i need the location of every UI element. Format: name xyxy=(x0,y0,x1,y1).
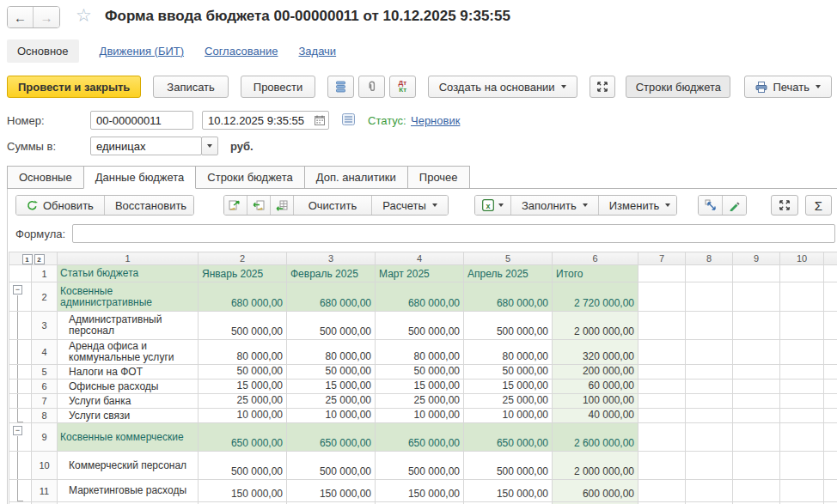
cell-value-row-4-col-2[interactable]: 80 000,00 xyxy=(199,340,287,365)
cell-empty[interactable] xyxy=(686,409,733,423)
status-value-link[interactable]: Черновик xyxy=(411,114,460,127)
cell-label-row-7[interactable]: Услуги банка xyxy=(58,394,199,409)
cell-value-row-7-col-3[interactable]: 25 000,00 xyxy=(287,394,376,409)
create-based-on-button[interactable]: Создать на основании xyxy=(428,76,577,98)
cell-empty[interactable] xyxy=(733,265,780,282)
nav-link-main[interactable]: Основное xyxy=(7,39,79,63)
cell-empty[interactable] xyxy=(733,312,780,340)
cell-value-row-11-col-4[interactable]: 150 000,00 xyxy=(376,480,464,502)
cell-empty[interactable] xyxy=(780,423,824,452)
cell-label-row-6[interactable]: Офисные расходы xyxy=(58,380,199,394)
cell-empty[interactable] xyxy=(686,312,733,340)
cell-value-row-3-col-4[interactable]: 500 000,00 xyxy=(376,312,464,340)
cell-empty[interactable] xyxy=(686,423,733,452)
cell-label-row-4[interactable]: Аренда офиса и коммунальные услуги xyxy=(58,340,199,365)
column-header-4[interactable]: 4 xyxy=(376,252,464,265)
debit-credit-button[interactable]: Дт Кт xyxy=(389,76,416,98)
sums-in-dropdown-button[interactable] xyxy=(201,137,218,155)
grid-fullscreen-button[interactable] xyxy=(771,195,797,216)
cell-total-row-2[interactable]: 2 720 000,00 xyxy=(553,282,638,312)
cell-empty[interactable] xyxy=(780,282,824,312)
cell-month-header-4[interactable]: Апрель 2025 xyxy=(464,265,553,282)
column-header-7[interactable]: 7 xyxy=(638,252,686,265)
collapse-group-icon[interactable]: − xyxy=(13,426,22,435)
cell-empty[interactable] xyxy=(780,312,824,340)
cell-month-header-1[interactable]: Январь 2025 xyxy=(199,265,287,282)
cell-label-row-5[interactable]: Налоги на ФОТ xyxy=(58,365,199,380)
nav-link-approval[interactable]: Согласование xyxy=(205,45,278,58)
nav-link-movements[interactable]: Движения (БИТ) xyxy=(100,45,184,58)
tab-budget-data[interactable]: Данные бюджета xyxy=(83,166,197,189)
edit-cell-button[interactable] xyxy=(723,196,746,215)
cell-value-row-6-col-5[interactable]: 15 000,00 xyxy=(464,380,553,394)
tab-budget-lines[interactable]: Строки бюджета xyxy=(195,166,304,189)
selection-mode-button[interactable] xyxy=(699,196,722,215)
cell-value-row-8-col-2[interactable]: 10 000,00 xyxy=(199,409,287,423)
cell-empty[interactable] xyxy=(686,340,733,365)
formula-input[interactable] xyxy=(72,224,835,243)
cell-value-row-5-col-4[interactable]: 50 000,00 xyxy=(376,365,464,380)
forward-button[interactable]: → xyxy=(34,7,59,27)
cell-label-row-10[interactable]: Коммерческий персонал xyxy=(58,452,199,480)
cell-total-row-7[interactable]: 100 000,00 xyxy=(553,394,638,409)
cell-empty[interactable] xyxy=(638,265,686,282)
cell-empty[interactable] xyxy=(733,409,780,423)
column-header-1[interactable]: 1 xyxy=(58,252,199,265)
cell-empty[interactable] xyxy=(686,365,733,380)
cell-value-row-9-col-3[interactable]: 650 000,00 xyxy=(287,423,376,452)
tab-other[interactable]: Прочее xyxy=(407,166,470,189)
fill-button[interactable]: Заполнить xyxy=(511,196,599,215)
cell-value-row-10-col-3[interactable]: 500 000,00 xyxy=(287,452,376,480)
cell-value-row-4-col-3[interactable]: 80 000,00 xyxy=(287,340,376,365)
cell-empty[interactable] xyxy=(638,282,686,312)
cell-value-row-4-col-5[interactable]: 80 000,00 xyxy=(464,340,553,365)
tab-main[interactable]: Основные xyxy=(7,166,84,189)
report-structure-button[interactable] xyxy=(327,76,354,98)
cell-empty[interactable] xyxy=(638,452,686,480)
cell-value-row-5-col-2[interactable]: 50 000,00 xyxy=(199,365,287,380)
cell-value-row-7-col-4[interactable]: 25 000,00 xyxy=(376,394,464,409)
attachments-button[interactable] xyxy=(358,76,385,98)
sum-button[interactable]: Σ xyxy=(805,195,832,216)
edit-button[interactable]: Изменить xyxy=(599,196,678,215)
cell-empty[interactable] xyxy=(733,394,780,409)
cell-value-row-6-col-4[interactable]: 15 000,00 xyxy=(376,380,464,394)
export-table-button[interactable] xyxy=(271,196,294,215)
cell-total-row-6[interactable]: 60 000,00 xyxy=(553,380,638,394)
row-number-7[interactable]: 7 xyxy=(32,394,58,409)
load-data-button[interactable] xyxy=(224,196,247,215)
cell-value-row-3-col-3[interactable]: 500 000,00 xyxy=(287,312,376,340)
cell-value-row-10-col-4[interactable]: 500 000,00 xyxy=(376,452,464,480)
cell-value-row-9-col-5[interactable]: 650 000,00 xyxy=(464,423,553,452)
group-level-2-button[interactable]: 2 xyxy=(34,254,45,264)
cell-empty[interactable] xyxy=(733,365,780,380)
date-input[interactable]: 10.12.2025 9:35:55 xyxy=(202,111,329,130)
open-list-icon[interactable] xyxy=(342,113,355,125)
cell-total-row-5[interactable]: 200 000,00 xyxy=(553,365,638,380)
cell-value-row-2-col-4[interactable]: 680 000,00 xyxy=(376,282,464,312)
cell-value-row-2-col-5[interactable]: 680 000,00 xyxy=(464,282,553,312)
cell-label-row-8[interactable]: Услуги связи xyxy=(58,409,199,423)
clear-button[interactable]: Очистить xyxy=(294,196,372,215)
cell-empty[interactable] xyxy=(780,394,824,409)
restore-button[interactable]: Восстановить xyxy=(105,196,194,215)
cell-empty[interactable] xyxy=(733,452,780,480)
column-header-8[interactable]: 8 xyxy=(686,252,733,265)
cell-empty[interactable] xyxy=(638,394,686,409)
cell-empty[interactable] xyxy=(638,365,686,380)
cell-value-row-10-col-2[interactable]: 500 000,00 xyxy=(199,452,287,480)
row-number-9[interactable]: 9 xyxy=(32,423,58,452)
cell-value-row-9-col-2[interactable]: 650 000,00 xyxy=(199,423,287,452)
calendar-icon[interactable] xyxy=(315,115,325,125)
row-number-1[interactable]: 1 xyxy=(32,265,58,282)
column-header-2[interactable]: 2 xyxy=(199,252,287,265)
cell-total-row-3[interactable]: 2 000 000,00 xyxy=(553,312,638,340)
cell-value-row-8-col-3[interactable]: 10 000,00 xyxy=(287,409,376,423)
cell-value-row-7-col-2[interactable]: 25 000,00 xyxy=(199,394,287,409)
number-input[interactable]: 00-00000011 xyxy=(90,111,193,130)
cell-budget-items-header[interactable]: Статьи бюджета xyxy=(58,265,199,282)
cell-empty[interactable] xyxy=(638,409,686,423)
cell-month-header-2[interactable]: Февраль 2025 xyxy=(287,265,376,282)
cell-value-row-3-col-5[interactable]: 500 000,00 xyxy=(464,312,553,340)
row-number-3[interactable]: 3 xyxy=(32,312,58,340)
